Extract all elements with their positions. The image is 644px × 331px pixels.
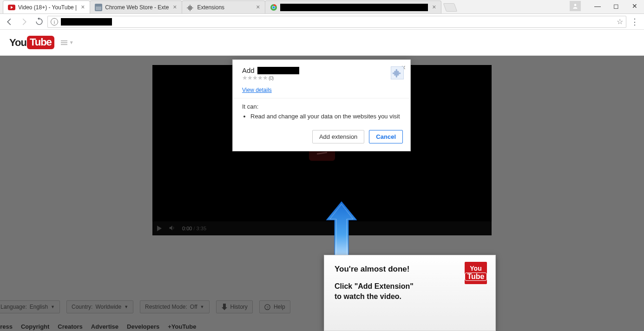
redacted-title [280,4,428,11]
youtube-header: You Tube ▼ [0,30,644,56]
tab-strip: Video (18+) - YouTube | × Chrome Web Sto… [0,0,456,13]
tab-title: Chrome Web Store - Exte [105,4,169,11]
svg-point-7 [574,4,577,6]
chevron-down-icon: ▼ [69,40,74,45]
callout-heading: You're almost done! [335,265,485,274]
browser-toolbar: i ☆ ⋮ [0,14,644,30]
address-bar[interactable]: i ☆ [47,16,626,28]
add-extension-button[interactable]: Add extension [312,130,364,143]
cancel-button[interactable]: Cancel [369,130,403,143]
site-info-icon[interactable]: i [51,18,58,26]
svg-rect-3 [96,6,101,10]
close-icon[interactable]: × [431,4,437,11]
view-details-link[interactable]: View details [242,87,272,93]
logo-you: You [9,37,26,49]
profile-avatar-icon[interactable] [570,1,581,11]
minimize-button[interactable]: — [591,1,604,11]
dialog-title: Add [242,66,385,74]
tab-extensions[interactable]: Extensions × [182,0,265,13]
webstore-icon [95,4,102,11]
youtube-play-icon [8,4,15,11]
tab-webstore[interactable]: Chrome Web Store - Exte × [90,0,182,13]
rating-stars: ★★★★★(0) [242,74,385,81]
tab-title: Extensions [197,4,252,11]
new-tab-button[interactable] [443,3,458,12]
browser-titlebar: Video (18+) - YouTube | × Chrome Web Sto… [0,0,644,14]
reload-button[interactable] [33,15,46,28]
instruction-callout: You Tube You're almost done! Click "Add … [324,255,496,331]
browser-menu-button[interactable]: ⋮ [628,17,641,27]
redacted-url [61,18,112,26]
guide-menu-button[interactable]: ▼ [61,40,74,45]
close-icon[interactable]: × [255,4,261,11]
maximize-button[interactable]: ◻ [610,1,623,11]
chrome-icon [270,4,277,11]
permissions-section: It can: Read and change all your data on… [233,98,410,125]
youtube-logo-icon: You Tube [465,262,487,284]
close-icon[interactable]: × [79,4,86,11]
youtube-logo[interactable]: You Tube [9,36,54,49]
tab-youtube[interactable]: Video (18+) - YouTube | × [3,0,90,13]
permission-item: Read and change all your data on the web… [250,113,401,120]
back-button[interactable] [3,15,16,28]
window-controls: — ◻ ✕ [570,1,641,11]
it-can-label: It can: [242,103,401,110]
close-icon[interactable]: × [171,4,178,11]
hamburger-icon [61,40,67,45]
bookmark-star-icon[interactable]: ☆ [617,17,623,26]
tab-redacted[interactable]: × [265,0,441,13]
callout-text: Click "Add Extension" to watch the video… [335,281,485,301]
redacted-extension-name [257,67,299,74]
page-content: You Tube ▼ 0:00 / 3:35 [0,30,644,331]
forward-button [18,15,31,28]
extension-puzzle-icon [391,66,404,79]
puzzle-icon [187,4,194,11]
extension-install-dialog: × Add ★★★★★(0) View details It can: Read… [232,59,411,151]
review-count: (0) [269,75,273,81]
tab-title: Video (18+) - YouTube | [18,4,77,11]
logo-tube: Tube [27,36,54,49]
close-window-button[interactable]: ✕ [628,1,641,11]
